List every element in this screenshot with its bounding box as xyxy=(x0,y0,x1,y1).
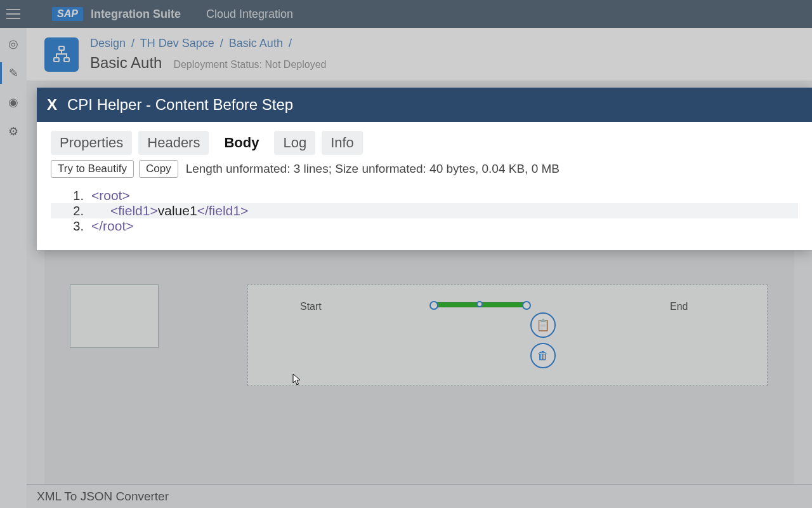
sender-participant[interactable] xyxy=(70,284,159,348)
nav-design-icon[interactable]: ✎ xyxy=(6,66,20,80)
cpi-helper-titlebar: X CPI Helper - Content Before Step xyxy=(37,88,812,122)
step-action-palette: 📋 🗑 xyxy=(530,312,556,368)
nav-settings-icon[interactable]: ⚙ xyxy=(6,124,20,138)
body-toolbar: Try to Beautify Copy Length unformated: … xyxy=(37,160,812,183)
crumb-sep: / xyxy=(220,37,223,50)
svg-rect-0 xyxy=(59,46,64,50)
flow-step[interactable] xyxy=(433,302,528,307)
top-bar: SAP Integration Suite Cloud Integration xyxy=(0,0,812,28)
page-title: Basic Auth xyxy=(90,54,162,72)
menu-icon[interactable] xyxy=(0,0,27,28)
iflow-icon xyxy=(44,37,79,72)
sap-logo: SAP xyxy=(52,7,83,21)
code-line-3: 3. </root> xyxy=(51,218,798,234)
tab-info[interactable]: Info xyxy=(322,131,363,155)
left-nav: ◎ ✎ ◉ ⚙ xyxy=(0,28,27,508)
tab-headers[interactable]: Headers xyxy=(138,131,209,155)
tab-log[interactable]: Log xyxy=(274,131,315,155)
tab-body[interactable]: Body xyxy=(215,131,268,155)
tab-properties[interactable]: Properties xyxy=(51,131,132,155)
copy-button[interactable]: Copy xyxy=(139,160,178,178)
code-line-1: 1. <root> xyxy=(51,188,798,203)
cursor-icon xyxy=(292,373,301,386)
header-text: Design / TH Dev Sapce / Basic Auth / Bas… xyxy=(90,37,326,72)
code-line-2: 2. <field1>value1</field1> xyxy=(51,203,798,218)
delete-icon[interactable]: 🗑 xyxy=(530,343,556,368)
crumb-artifact[interactable]: Basic Auth xyxy=(229,37,283,50)
page-header: Design / TH Dev Sapce / Basic Auth / Bas… xyxy=(27,28,812,81)
paste-icon[interactable]: 📋 xyxy=(530,312,556,338)
sub-product: Cloud Integration xyxy=(206,8,293,21)
deploy-status: Deployment Status: Not Deployed xyxy=(173,59,326,70)
crumb-sep: / xyxy=(131,37,134,50)
length-info: Length unformated: 3 lines; Size unforma… xyxy=(186,162,560,176)
properties-panel-header[interactable]: XML To JSON Converter xyxy=(27,484,812,508)
crumb-space[interactable]: TH Dev Sapce xyxy=(140,37,214,50)
beautify-button[interactable]: Try to Beautify xyxy=(51,160,134,178)
close-button[interactable]: X xyxy=(47,96,57,114)
suite-name: Integration Suite xyxy=(91,8,181,21)
crumb-design[interactable]: Design xyxy=(90,37,126,50)
properties-panel-title: XML To JSON Converter xyxy=(37,490,169,504)
cpi-tabs: Properties Headers Body Log Info xyxy=(37,122,812,160)
end-event-label: End xyxy=(670,301,688,312)
svg-rect-1 xyxy=(54,58,59,62)
start-event-label: Start xyxy=(300,301,322,312)
nav-discover-icon[interactable]: ◎ xyxy=(6,37,20,51)
nav-monitor-icon[interactable]: ◉ xyxy=(6,95,20,109)
body-code-block[interactable]: 1. <root> 2. <field1>value1</field1> 3. … xyxy=(37,183,812,250)
integration-process-box[interactable] xyxy=(247,284,768,386)
cpi-helper-title: CPI Helper - Content Before Step xyxy=(67,96,293,114)
cpi-helper-panel: X CPI Helper - Content Before Step Prope… xyxy=(37,88,812,250)
crumb-sep: / xyxy=(289,37,292,50)
breadcrumb[interactable]: Design / TH Dev Sapce / Basic Auth / xyxy=(90,37,326,50)
svg-rect-2 xyxy=(64,58,69,62)
